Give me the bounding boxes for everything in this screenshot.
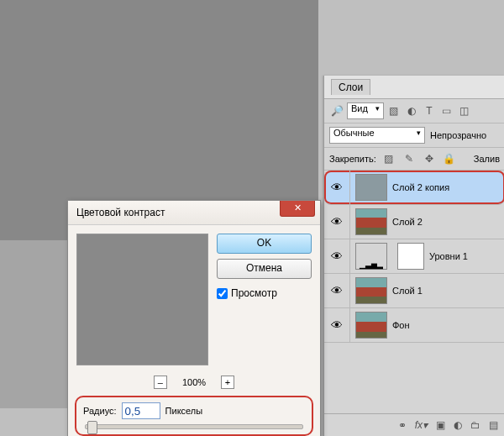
- layer-row[interactable]: 👁 Слой 2 копия: [324, 171, 504, 205]
- layer-filter-select[interactable]: Вид: [347, 102, 384, 119]
- ok-button[interactable]: OK: [217, 234, 312, 254]
- blend-mode-select[interactable]: Обычные: [329, 127, 425, 144]
- layer-thumbnail[interactable]: [355, 208, 387, 235]
- radius-unit: Пикселы: [165, 406, 203, 416]
- blend-row: Обычные Непрозрачно: [324, 123, 504, 148]
- filter-smart-icon[interactable]: ◫: [457, 103, 472, 118]
- preview-image[interactable]: [76, 234, 208, 365]
- layer-row[interactable]: 👁 ▁▃▅▂ Уровни 1: [324, 239, 504, 274]
- layer-name[interactable]: Фон: [392, 320, 410, 330]
- zoom-percent: 100%: [182, 377, 206, 387]
- radius-input[interactable]: [122, 402, 160, 419]
- visibility-icon[interactable]: 👁: [324, 274, 350, 307]
- layer-row[interactable]: 👁 Слой 2: [324, 205, 504, 239]
- layer-thumbnail[interactable]: [355, 174, 387, 201]
- new-layer-icon[interactable]: ▤: [489, 419, 498, 431]
- lock-move-icon[interactable]: ✥: [422, 151, 437, 166]
- mask-icon[interactable]: ▣: [436, 419, 445, 431]
- lock-row: Закрепить: ▨ ✎ ✥ 🔒 Залив: [324, 148, 504, 171]
- high-pass-dialog: Цветовой контраст ✕ OK Отмена Просмотр –…: [67, 200, 321, 436]
- visibility-icon[interactable]: 👁: [324, 239, 350, 273]
- visibility-icon[interactable]: 👁: [324, 308, 350, 342]
- radius-label: Радиус:: [83, 406, 117, 416]
- link-layers-icon[interactable]: ⚭: [398, 419, 407, 431]
- filter-pixel-icon[interactable]: ▧: [386, 103, 402, 118]
- cancel-button[interactable]: Отмена: [217, 259, 312, 279]
- filter-icon[interactable]: 🔎: [329, 103, 344, 118]
- filter-type-icon[interactable]: T: [422, 103, 437, 118]
- visibility-icon[interactable]: 👁: [324, 205, 350, 239]
- layer-row[interactable]: 👁 Фон: [324, 308, 504, 343]
- preview-checkbox-label: Просмотр: [231, 287, 277, 299]
- zoom-controls: – 100% +: [68, 374, 320, 396]
- adjustment-icon[interactable]: ▁▃▅▂: [355, 243, 387, 270]
- fx-icon[interactable]: fx▾: [415, 419, 428, 431]
- preview-checkbox-input[interactable]: [217, 288, 228, 299]
- mask-thumbnail[interactable]: [397, 243, 424, 270]
- layers-panel: Слои 🔎 Вид ▧ ◐ T ▭ ◫ Обычные Непрозрачно…: [323, 76, 504, 436]
- tab-layers[interactable]: Слои: [331, 79, 370, 95]
- preview-checkbox[interactable]: Просмотр: [217, 287, 312, 299]
- dialog-titlebar[interactable]: Цветовой контраст ✕: [68, 201, 320, 225]
- fill-label: Залив: [474, 154, 500, 164]
- opacity-label: Непрозрачно: [430, 130, 486, 140]
- close-button[interactable]: ✕: [280, 201, 315, 217]
- zoom-in-button[interactable]: +: [221, 376, 234, 389]
- layer-name[interactable]: Уровни 1: [429, 251, 468, 261]
- layer-name[interactable]: Слой 1: [392, 286, 423, 296]
- radius-group: Радиус: Пикселы: [75, 396, 313, 436]
- filter-adjust-icon[interactable]: ◐: [404, 103, 419, 118]
- lock-all-icon[interactable]: 🔒: [442, 151, 457, 166]
- visibility-icon[interactable]: 👁: [324, 171, 350, 204]
- adjustment-layer-icon[interactable]: ◐: [454, 419, 462, 431]
- zoom-out-button[interactable]: –: [154, 376, 167, 389]
- group-icon[interactable]: 🗀: [470, 419, 480, 431]
- slider-thumb[interactable]: [87, 421, 97, 434]
- layer-name[interactable]: Слой 2 копия: [392, 182, 449, 192]
- lock-label: Закрепить:: [329, 154, 376, 164]
- panel-footer: ⚭ fx▾ ▣ ◐ 🗀 ▤: [324, 413, 504, 436]
- layers-list: 👁 Слой 2 копия 👁 Слой 2 👁 ▁▃▅▂ Уровни 1 …: [324, 171, 504, 343]
- layer-filter-row: 🔎 Вид ▧ ◐ T ▭ ◫: [324, 99, 504, 123]
- filter-shape-icon[interactable]: ▭: [439, 103, 454, 118]
- panel-tabs: Слои: [324, 76, 504, 99]
- layer-row[interactable]: 👁 Слой 1: [324, 274, 504, 308]
- dialog-title: Цветовой контраст: [76, 207, 280, 218]
- layer-name[interactable]: Слой 2: [392, 217, 423, 227]
- layer-thumbnail[interactable]: [355, 277, 387, 304]
- layer-thumbnail[interactable]: [355, 312, 387, 339]
- lock-transparency-icon[interactable]: ▨: [381, 151, 396, 166]
- radius-slider[interactable]: [85, 424, 303, 429]
- lock-brush-icon[interactable]: ✎: [402, 151, 417, 166]
